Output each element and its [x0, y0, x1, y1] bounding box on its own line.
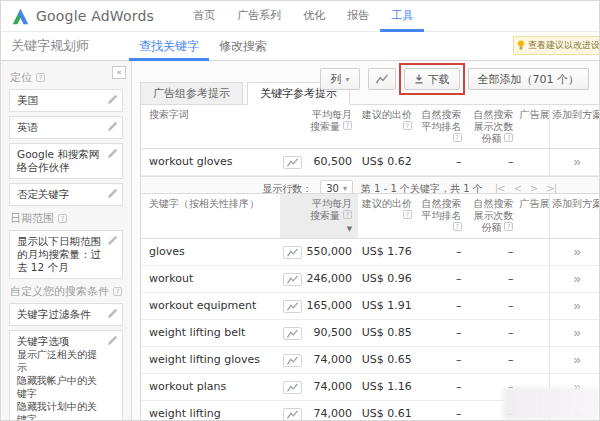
add-keyword-button[interactable]: »	[574, 149, 581, 175]
add-keyword-button[interactable]: »	[574, 293, 581, 319]
trend-chart-icon[interactable]	[283, 381, 302, 394]
help-icon[interactable]: ?	[403, 121, 412, 130]
search-terms-body: workout gloves60,500US$ 0.62––»	[141, 149, 600, 176]
column-header-keywords[interactable]: 关键字（按相关性排序）	[141, 194, 280, 238]
download-icon	[414, 74, 424, 84]
help-icon[interactable]: ?	[453, 222, 462, 231]
ad-impressions-cell	[519, 293, 549, 319]
keyword-options[interactable]: 关键字选项 显示广泛相关的提示 隐藏我帐户中的关键字 隐藏我计划中的关键字	[9, 330, 123, 421]
bid-cell: US$ 1.16	[358, 374, 418, 400]
bid-cell: US$ 0.62	[358, 149, 418, 175]
keyword-cell: weight lifting gloves	[141, 347, 280, 373]
trend-chart-icon[interactable]	[283, 354, 302, 367]
help-icon[interactable]: ?	[343, 121, 352, 130]
column-header-organic-rank[interactable]: 自然搜索平均排名 ?	[418, 194, 468, 238]
trend-chart-icon[interactable]	[283, 246, 302, 259]
suggestion-notice[interactable]: 查看建议以改进设置	[513, 36, 600, 55]
sort-descending-icon: ▼	[347, 225, 352, 233]
chart-view-button[interactable]	[368, 68, 396, 90]
download-button[interactable]: 下载	[404, 68, 460, 90]
keyword-option: 显示广泛相关的提示	[17, 348, 104, 374]
column-header-bid[interactable]: 建议的出价 ?	[358, 105, 418, 148]
volume-cell: 550,000	[304, 239, 358, 265]
keyword-option: 隐藏我帐户中的关键字	[17, 374, 104, 400]
bid-cell: US$ 0.96	[358, 266, 418, 292]
help-icon[interactable]: ?	[36, 73, 45, 82]
help-icon[interactable]: ?	[504, 222, 513, 231]
help-icon[interactable]: ?	[113, 287, 122, 296]
add-all-button[interactable]: 全部添加（701 个）	[468, 68, 590, 90]
trend-chart-icon[interactable]	[283, 327, 302, 340]
collapse-sidebar-button[interactable]: «	[112, 66, 126, 79]
add-keyword-button[interactable]: »	[574, 239, 581, 265]
keyword-cell: workout gloves	[141, 149, 280, 175]
tab-find-keywords[interactable]: 查找关键字	[129, 32, 209, 61]
trend-cell	[280, 266, 304, 292]
add-cell: »	[549, 320, 600, 346]
edit-icon	[107, 308, 118, 319]
targeting-location[interactable]: 美国	[9, 89, 123, 112]
column-header-ad-impressions[interactable]: 广告展	[519, 105, 549, 148]
organic-rank-cell: –	[418, 374, 468, 400]
trend-chart-icon[interactable]	[283, 156, 302, 169]
column-header-bid[interactable]: 建议的出价 ?	[358, 194, 418, 238]
column-header-volume-sorted[interactable]: 平均每月搜索量 ?▼	[304, 194, 358, 238]
bid-cell: US$ 1.91	[358, 293, 418, 319]
ad-impressions-cell	[519, 347, 549, 373]
column-header-impression-share[interactable]: 自然搜索展示次数份额 ?	[468, 194, 520, 238]
organic-rank-cell: –	[418, 266, 468, 292]
top-navigation: 首页 广告系列 优化 报告 工具	[182, 1, 424, 32]
download-annotation-box: 下载	[404, 68, 460, 90]
edit-icon	[107, 335, 118, 346]
help-icon[interactable]: ?	[403, 210, 412, 219]
columns-button[interactable]: 列▾	[320, 68, 359, 90]
volume-cell: 74,000	[304, 401, 358, 421]
organic-rank-cell: –	[418, 320, 468, 346]
trend-chart-icon[interactable]	[283, 273, 302, 286]
targeting-network[interactable]: Google 和搜索网络合作伙伴	[9, 143, 123, 179]
trend-cell	[280, 149, 304, 175]
add-keyword-button[interactable]: »	[574, 320, 581, 346]
volume-cell: 74,000	[304, 347, 358, 373]
planner-tabs: 查找关键字 修改搜索	[129, 32, 277, 60]
targeting-language[interactable]: 英语	[9, 116, 123, 139]
organic-rank-cell: –	[418, 401, 468, 421]
trend-chart-icon[interactable]	[283, 300, 302, 313]
tab-modify-search[interactable]: 修改搜索	[209, 32, 277, 61]
nav-reports[interactable]: 报告	[336, 1, 380, 32]
trend-cell	[280, 320, 304, 346]
edit-icon	[107, 188, 118, 199]
table-row: gloves550,000US$ 1.76––»	[141, 239, 600, 266]
nav-home[interactable]: 首页	[182, 1, 226, 32]
help-icon[interactable]: ?	[343, 210, 352, 219]
column-header-add-to-plan: 添加到方案	[549, 105, 600, 148]
column-header-search-terms[interactable]: 搜索字词	[141, 105, 280, 148]
nav-optimize[interactable]: 优化	[292, 1, 336, 32]
bid-cell: US$ 1.76	[358, 239, 418, 265]
help-icon[interactable]: ?	[58, 214, 67, 223]
date-range-setting[interactable]: 显示以下日期范围的月均搜索量：过去 12 个月	[9, 230, 123, 279]
keyword-cell: gloves	[141, 239, 280, 265]
tab-ad-group-ideas[interactable]: 广告组参考提示	[140, 82, 243, 105]
adwords-logo[interactable]: Google AdWords	[11, 8, 154, 25]
column-header-ad-impressions[interactable]: 广告展	[519, 194, 549, 238]
keyword-option: 隐藏我计划中的关键字	[17, 400, 104, 421]
column-header-organic-rank[interactable]: 自然搜索平均排名 ?	[418, 105, 468, 148]
nav-campaigns[interactable]: 广告系列	[226, 1, 292, 32]
column-header-impression-share[interactable]: 自然搜索展示次数份额 ?	[468, 105, 520, 148]
brand-text: Google AdWords	[36, 8, 154, 24]
help-icon[interactable]: ?	[504, 133, 513, 142]
keyword-filters[interactable]: 关键字过滤条件	[9, 303, 123, 326]
column-header-volume[interactable]: 平均每月搜索量 ?	[304, 105, 358, 148]
column-header-add-to-plan: 添加到方案	[549, 194, 600, 238]
add-cell: »	[549, 347, 600, 373]
add-keyword-button[interactable]: »	[574, 266, 581, 292]
edit-icon	[107, 121, 118, 132]
nav-tools[interactable]: 工具	[380, 1, 424, 32]
keyword-cell: weight lifting belt	[141, 320, 280, 346]
trend-chart-icon[interactable]	[283, 408, 302, 421]
negative-keywords[interactable]: 否定关键字	[9, 183, 123, 206]
help-icon[interactable]: ?	[453, 133, 462, 142]
add-keyword-button[interactable]: »	[574, 347, 581, 373]
notice-text: 查看建议以改进设置	[528, 39, 600, 52]
